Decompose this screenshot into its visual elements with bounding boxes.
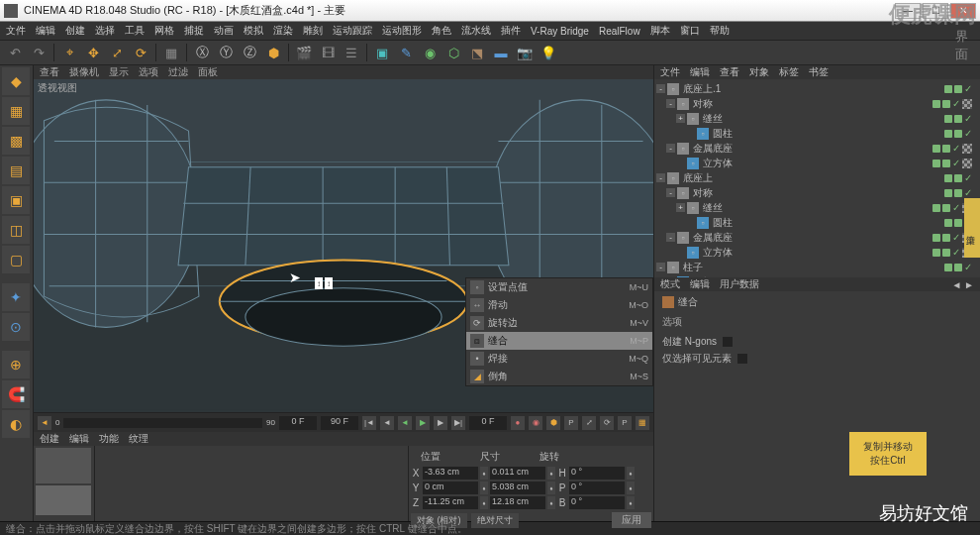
render-button[interactable]: 🎬 bbox=[293, 42, 315, 63]
spinner-icon[interactable]: ♦ bbox=[627, 482, 635, 494]
camera-button[interactable]: 📷 bbox=[514, 42, 536, 63]
vis-dot[interactable] bbox=[932, 145, 940, 153]
ctx-bevel[interactable]: ◢倒角M~S bbox=[466, 368, 652, 385]
menu-mesh[interactable]: 网格 bbox=[154, 24, 174, 38]
tl-extra-button[interactable]: ▦ bbox=[636, 416, 649, 430]
tex-tag-icon[interactable] bbox=[962, 159, 972, 168]
menu-realflow[interactable]: RealFlow bbox=[599, 26, 640, 37]
ren-dot[interactable] bbox=[954, 264, 962, 271]
expander-icon[interactable]: - bbox=[666, 144, 675, 153]
axis-button[interactable]: ✦ bbox=[2, 283, 30, 311]
rot-h-field[interactable]: 0 ° bbox=[569, 467, 625, 480]
ctx-spinedge[interactable]: ⟳旋转边M~V bbox=[466, 314, 652, 332]
otab-edit[interactable]: 编辑 bbox=[690, 65, 710, 79]
vmenu-view[interactable]: 查看 bbox=[40, 65, 59, 79]
viewport-solo-button[interactable]: ⊙ bbox=[2, 313, 30, 341]
expander-icon[interactable]: - bbox=[656, 84, 665, 93]
ren-dot[interactable] bbox=[942, 100, 950, 108]
cube-primitive[interactable]: ▣ bbox=[371, 42, 393, 63]
menu-window[interactable]: 窗口 bbox=[680, 24, 700, 38]
tree-row[interactable]: +▫缝丝✓ bbox=[656, 200, 978, 215]
rot-b-field[interactable]: 0 ° bbox=[569, 496, 625, 509]
vis-dot[interactable] bbox=[932, 100, 940, 108]
material-preview[interactable] bbox=[36, 448, 91, 483]
menu-help[interactable]: 帮助 bbox=[710, 24, 730, 38]
check-icon[interactable]: ✓ bbox=[952, 232, 960, 243]
otab-view[interactable]: 查看 bbox=[720, 65, 739, 79]
apply-button[interactable]: 应用 bbox=[612, 512, 651, 528]
mtab-func[interactable]: 功能 bbox=[99, 432, 119, 446]
material-preview[interactable] bbox=[36, 485, 91, 515]
atab-mode[interactable]: 模式 bbox=[660, 277, 680, 291]
z-axis-toggle[interactable]: Ⓩ bbox=[239, 42, 260, 63]
workplane2-button[interactable]: ◐ bbox=[2, 410, 30, 438]
tree-row[interactable]: ▫立方体✓ bbox=[656, 156, 978, 170]
render-pv-button[interactable]: 🎞 bbox=[317, 42, 339, 63]
menu-select[interactable]: 选择 bbox=[95, 24, 115, 38]
vmenu-filter[interactable]: 过滤 bbox=[168, 65, 188, 79]
vis-dot[interactable] bbox=[944, 130, 952, 138]
vis-dot[interactable] bbox=[944, 189, 952, 197]
menu-character[interactable]: 角色 bbox=[432, 24, 451, 38]
ren-dot[interactable] bbox=[954, 85, 962, 93]
tree-row[interactable]: -▫底座上✓ bbox=[656, 170, 978, 185]
array-button[interactable]: ⬡ bbox=[442, 42, 464, 63]
tree-row[interactable]: -▫对称✓ bbox=[656, 96, 978, 111]
last-tool[interactable]: ▦ bbox=[160, 42, 182, 63]
redo-button[interactable]: ↷ bbox=[28, 42, 49, 63]
vis-dot[interactable] bbox=[932, 204, 940, 212]
expander-icon[interactable]: - bbox=[666, 233, 675, 242]
x-axis-toggle[interactable]: Ⓧ bbox=[191, 42, 213, 63]
object-tree[interactable]: -▫底座上.1✓-▫对称✓+▫缝丝✓▫圆柱✓-▫金属底座✓▫立方体✓-▫底座上✓… bbox=[654, 79, 980, 277]
otab-obj[interactable]: 对象 bbox=[749, 65, 769, 79]
poly-mode-button[interactable]: ▢ bbox=[2, 246, 30, 273]
menu-snap[interactable]: 捕捉 bbox=[184, 24, 204, 38]
ren-dot[interactable] bbox=[954, 219, 962, 227]
visonly-checkbox[interactable] bbox=[737, 354, 747, 364]
param-key-button[interactable]: P bbox=[618, 416, 632, 430]
texture-mode-button[interactable]: ▩ bbox=[2, 127, 30, 155]
pos-key-button[interactable]: P bbox=[564, 416, 578, 430]
spinner-icon[interactable]: ♦ bbox=[480, 482, 488, 494]
ren-dot[interactable] bbox=[942, 160, 950, 167]
check-icon[interactable]: ✓ bbox=[964, 113, 972, 124]
menu-tracking[interactable]: 运动跟踪 bbox=[333, 24, 372, 38]
vis-dot[interactable] bbox=[932, 249, 940, 257]
ren-dot[interactable] bbox=[954, 174, 962, 182]
tl-play-button[interactable]: ▶ bbox=[416, 416, 430, 430]
scale-tool[interactable]: ⤢ bbox=[106, 42, 128, 63]
menu-edit[interactable]: 编辑 bbox=[36, 24, 55, 38]
tl-tostart-button[interactable]: |◄ bbox=[362, 416, 376, 430]
otab-bookmark[interactable]: 书签 bbox=[809, 65, 829, 79]
check-icon[interactable]: ✓ bbox=[952, 98, 960, 109]
tex-tag-icon[interactable] bbox=[962, 144, 972, 154]
tree-row[interactable]: ▫圆柱✓ bbox=[656, 215, 978, 230]
tl-start-field[interactable]: 0 F bbox=[279, 416, 317, 430]
ctx-stitch[interactable]: ⧈缝合M~P bbox=[466, 332, 652, 350]
gizmo-handle[interactable]: ↕↕ bbox=[315, 277, 333, 289]
check-icon[interactable]: ✓ bbox=[964, 172, 972, 183]
size-y-field[interactable]: 5.038 cm bbox=[490, 482, 545, 494]
make-editable-button[interactable]: ◆ bbox=[2, 67, 30, 95]
vis-dot[interactable] bbox=[944, 264, 952, 271]
undo-button[interactable]: ↶ bbox=[4, 42, 26, 63]
tree-row[interactable]: -▫柱子✓ bbox=[656, 260, 978, 274]
ctx-setpoint[interactable]: ◦设置点值M~U bbox=[466, 278, 652, 296]
tree-row[interactable]: +▫缝丝✓ bbox=[656, 111, 978, 126]
select-tool[interactable]: ⌖ bbox=[58, 42, 80, 63]
spinner-icon[interactable]: ♦ bbox=[627, 467, 635, 480]
keyopts-button[interactable]: ⬢ bbox=[546, 416, 560, 430]
pos-y-field[interactable]: 0 cm bbox=[423, 482, 478, 494]
bend-button[interactable]: ⬔ bbox=[466, 42, 488, 63]
ctx-slide[interactable]: ↔滑动M~O bbox=[466, 296, 652, 314]
expander-icon[interactable]: + bbox=[676, 114, 685, 123]
rotate-tool[interactable]: ⟳ bbox=[130, 42, 151, 63]
check-icon[interactable]: ✓ bbox=[952, 247, 960, 258]
tl-curframe-field[interactable]: 0 F bbox=[469, 416, 507, 430]
menu-render[interactable]: 渲染 bbox=[273, 24, 293, 38]
rot-key-button[interactable]: ⟳ bbox=[600, 416, 614, 430]
check-icon[interactable]: ✓ bbox=[964, 83, 972, 94]
tex-tag-icon[interactable] bbox=[962, 99, 972, 109]
vmenu-display[interactable]: 显示 bbox=[109, 65, 129, 79]
menu-plugins[interactable]: 插件 bbox=[501, 24, 521, 38]
